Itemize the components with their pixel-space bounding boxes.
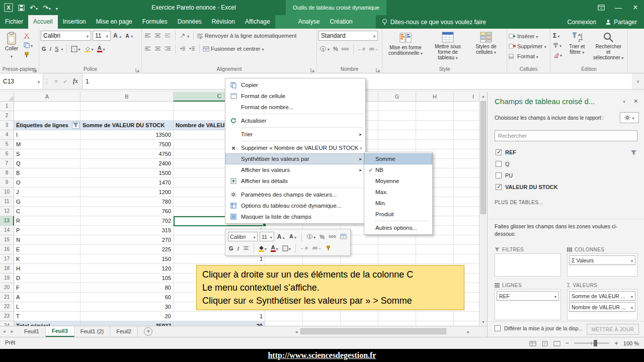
font-name-combo[interactable]: Calibri (41, 31, 91, 41)
conditional-formatting-button[interactable]: Mise en forme conditionnelle (384, 30, 427, 71)
field-item-q[interactable]: Q (495, 158, 637, 169)
menu-item-supprimer-nombre-de-valeur-du-stock[interactable]: ×Supprimer « Nombre de VALEUR DU STOCK » (225, 142, 365, 153)
submenu-item-max[interactable]: Max. (364, 187, 432, 198)
cell-I9[interactable] (454, 178, 479, 188)
cell-A11[interactable]: G (14, 197, 80, 207)
sheet-nav-left-button[interactable] (0, 326, 8, 337)
clear-button[interactable] (552, 50, 563, 59)
defer-layout-checkbox[interactable] (495, 325, 501, 331)
dialog-launcher-police[interactable] (135, 66, 140, 71)
tab-insertion[interactable]: Insertion (58, 15, 91, 29)
tab-mise-en-page[interactable]: Mise en page (91, 15, 137, 29)
mini-decrease-decimal-button[interactable]: .00→ (310, 243, 322, 253)
pane-options-button[interactable] (622, 99, 626, 104)
paste-button[interactable]: Coller (2, 30, 22, 71)
insert-function-button[interactable]: fx (73, 77, 78, 85)
mini-increase-decimal-button[interactable]: ←.0 (299, 243, 309, 253)
cell-A5[interactable]: M (14, 140, 80, 149)
cell-G1[interactable] (378, 102, 416, 111)
font-color-button[interactable]: A (96, 44, 106, 53)
cell-H5[interactable] (416, 140, 454, 149)
zoom-slider[interactable] (574, 342, 609, 344)
mini-percent-button[interactable]: % (318, 232, 326, 241)
cell-I6[interactable] (454, 149, 479, 159)
sheet-tab-feuil1-2[interactable]: Feuil1 (2) (74, 326, 110, 337)
dialog-launcher-presse-papiers[interactable] (33, 66, 38, 71)
menu-item-copier[interactable]: Copier (225, 79, 365, 90)
row-header-11[interactable]: 11 (0, 197, 14, 207)
enter-formula-button[interactable]: ✓ (63, 78, 68, 85)
menu-item-synth-tiser-les-valeurs-par[interactable]: Synthétiser les valeurs par▸ (225, 153, 365, 164)
sheet-nav-right-button[interactable] (8, 326, 16, 337)
row-header-23[interactable]: 23 (0, 312, 14, 321)
cell-H1[interactable] (416, 102, 454, 111)
cell-A10[interactable]: J (14, 188, 80, 197)
cell-A15[interactable]: N (14, 235, 80, 245)
find-select-button[interactable]: Rechercher et sélectionner (591, 30, 626, 71)
field-checkbox-q[interactable] (496, 161, 502, 167)
row-header-3[interactable]: 3 (0, 121, 14, 130)
cell-A1[interactable] (14, 102, 80, 111)
row-header-18[interactable]: 18 (0, 264, 14, 274)
row-header-20[interactable]: 20 (0, 283, 14, 293)
cell-I16[interactable] (454, 245, 479, 254)
align-right-button[interactable] (164, 44, 172, 53)
tab-creation[interactable]: Création (325, 15, 357, 29)
cell-G16[interactable] (378, 245, 416, 254)
cell-B5[interactable]: 7500 (80, 140, 174, 149)
scroll-right-button[interactable] (466, 328, 470, 335)
fields-search-input[interactable] (495, 130, 637, 141)
cell-A23[interactable]: T (14, 312, 80, 321)
cell-B10[interactable]: 1200 (80, 188, 174, 197)
italic-button[interactable]: I (49, 44, 53, 53)
cell-I3[interactable] (454, 121, 479, 130)
cell-G5[interactable] (378, 140, 416, 149)
zoom-out-button[interactable]: − (566, 339, 570, 347)
horizontal-scrollbar[interactable] (294, 327, 476, 335)
save-button[interactable] (18, 5, 25, 11)
area-chip-valeurs[interactable]: Σ Valeurs (569, 255, 635, 265)
increase-decimal-button[interactable]: ←.0 (357, 44, 366, 53)
values-area[interactable]: Somme de VALEUR ...Nombre de VALEUR ... (567, 289, 637, 320)
cell-A14[interactable]: P (14, 226, 80, 235)
align-center-button[interactable] (153, 44, 162, 53)
cell-B7[interactable]: 2400 (80, 159, 174, 168)
bold-button[interactable]: G (41, 44, 47, 53)
row-header-22[interactable]: 22 (0, 302, 14, 312)
mini-font-size-combo[interactable]: 11 (260, 232, 274, 241)
decrease-indent-button[interactable] (179, 44, 187, 53)
align-left-button[interactable] (143, 44, 152, 53)
cell-C23[interactable]: 1 (174, 312, 265, 321)
scroll-up-button[interactable] (479, 92, 487, 100)
cell-G4[interactable] (378, 130, 416, 140)
align-top-button[interactable] (143, 31, 152, 40)
menu-item-masquer-la-liste-de-champs[interactable]: Masquer la liste de champs (225, 211, 365, 222)
mini-font-name-combo[interactable]: Calibri (228, 232, 258, 241)
align-bottom-button[interactable] (164, 31, 172, 40)
formula-bar-expand-button[interactable]: ∨ (632, 73, 644, 89)
cell-I17[interactable] (454, 254, 479, 264)
submenu-item-nb[interactable]: ✓NB (364, 164, 432, 175)
pane-tools-button[interactable] (620, 112, 639, 123)
vertical-scroll-thumb[interactable] (480, 101, 486, 214)
cell-B11[interactable]: 780 (80, 197, 174, 207)
cell-I13[interactable] (454, 216, 479, 226)
dialog-launcher-alignement[interactable] (310, 66, 315, 71)
mini-borders-button[interactable] (281, 243, 292, 253)
cell-B14[interactable]: 315 (80, 226, 174, 235)
mini-format-table-button[interactable] (339, 232, 348, 241)
cell-G2[interactable] (378, 111, 416, 121)
cell-B19[interactable]: 105 (80, 274, 174, 283)
field-item-pu[interactable]: PU (495, 169, 637, 181)
normal-view-button[interactable] (529, 340, 536, 346)
tab-analyse[interactable]: Analyse (293, 15, 325, 29)
row-header-15[interactable]: 15 (0, 235, 14, 245)
cell-B3[interactable]: Somme de VALEUR DU STOCK (80, 121, 174, 130)
align-middle-button[interactable] (153, 31, 162, 40)
cell-G15[interactable] (378, 235, 416, 245)
cell-H3[interactable] (416, 121, 454, 130)
cell-D23[interactable] (265, 312, 303, 321)
cell-H24[interactable] (416, 321, 454, 326)
cell-E23[interactable] (303, 312, 341, 321)
col-header-H[interactable]: H (416, 92, 454, 102)
